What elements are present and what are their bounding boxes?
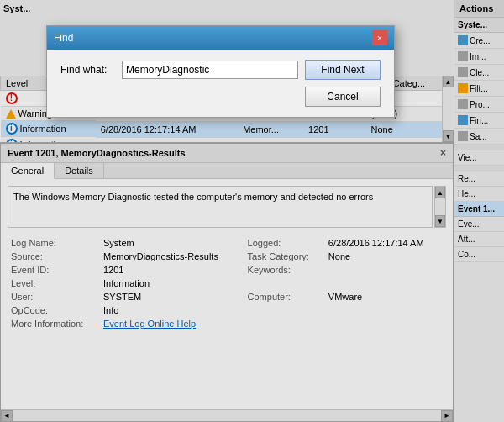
cancel-row: Cancel <box>60 87 381 107</box>
find-dialog-titlebar: Find × <box>47 26 394 50</box>
cancel-button[interactable]: Cancel <box>305 87 381 107</box>
find-dialog: Find × Find what: Find Next Cancel <box>46 25 395 118</box>
find-dialog-body: Find what: Find Next Cancel <box>47 50 394 117</box>
find-dialog-close-btn[interactable]: × <box>372 30 387 45</box>
find-what-row: Find what: Find Next <box>60 60 381 80</box>
find-what-label: Find what: <box>60 64 115 76</box>
find-dialog-title: Find <box>54 32 73 44</box>
find-next-button[interactable]: Find Next <box>305 60 381 80</box>
find-what-input[interactable] <box>122 61 298 79</box>
